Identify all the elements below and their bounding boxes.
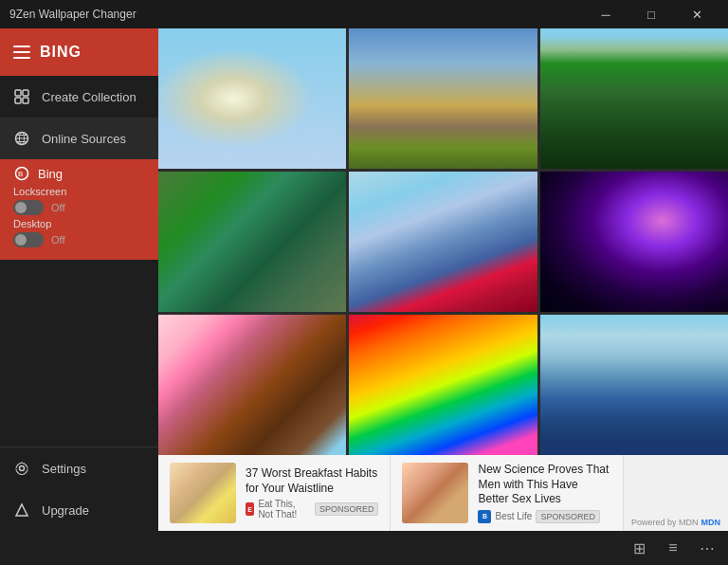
hamburger-icon[interactable] [13,46,30,59]
close-button[interactable]: ✕ [675,0,719,28]
ad-source-text-2: Best Life [495,511,532,521]
ad-source-icon-2: B [478,510,491,523]
ad-source-row-2: B Best Life SPONSORED [478,510,610,523]
lockscreen-off-label: Off [51,202,64,213]
title-bar: 9Zen Wallpaper Changer ─ □ ✕ [0,0,728,28]
ad-bar: 37 Worst Breakfast Habits for Your Waist… [158,455,728,531]
sidebar: BING Create Collection Online Sources B [0,28,158,531]
grid-cell-1[interactable] [158,28,346,169]
grid-cell-3[interactable] [540,28,728,169]
ad-powered-by: Powered by MDN MDN [624,514,728,531]
main-layout: BING Create Collection Online Sources B [0,28,728,531]
bottom-grid-icon[interactable]: ⊞ [629,538,648,557]
online-sources-section: Online Sources B Bing Lockscreen Off [0,118,158,260]
desktop-toggle[interactable] [13,232,44,247]
svg-marker-12 [16,504,27,516]
ad-item-2[interactable]: New Science Proves That Men with This Ha… [391,455,623,531]
desktop-toggle-control: Off [13,232,145,247]
desktop-off-label: Off [51,234,64,246]
ad-item-1[interactable]: 37 Worst Breakfast Habits for Your Waist… [158,455,391,531]
globe-icon [13,130,30,147]
svg-rect-2 [15,98,21,103]
bing-row: B Bing [13,165,145,182]
grid-cell-7[interactable] [158,315,346,455]
sidebar-item-upgrade[interactable]: Upgrade [0,489,158,531]
ad-title-1: 37 Worst Breakfast Habits for Your Waist… [246,466,378,496]
svg-point-11 [20,466,25,471]
ad-content-1: 37 Worst Breakfast Habits for Your Waist… [246,466,378,519]
create-collection-label: Create Collection [42,90,136,104]
svg-rect-0 [15,90,21,96]
sidebar-app-title: BING [40,44,82,61]
ad-content-2: New Science Proves That Men with This Ha… [478,463,610,523]
online-sources-label: Online Sources [42,132,126,146]
sidebar-item-online-sources[interactable]: Online Sources [0,118,158,159]
grid-cell-5[interactable] [349,172,537,312]
grid-cell-8[interactable] [349,315,537,455]
app-title: 9Zen Wallpaper Changer [9,8,136,21]
settings-label: Settings [42,462,86,476]
title-bar-left: 9Zen Wallpaper Changer [9,8,136,21]
ad-source-icon-1: E [246,502,254,516]
grid-cell-4[interactable] [158,172,346,312]
grid-cell-9[interactable] [540,315,728,455]
sidebar-item-create-collection[interactable]: Create Collection [0,76,158,118]
svg-rect-1 [23,90,28,96]
upgrade-label: Upgrade [42,503,89,518]
ad-sponsored-1: SPONSORED [315,502,379,516]
bottom-list-icon[interactable]: ≡ [664,538,682,557]
lockscreen-label: Lockscreen [13,186,70,197]
lockscreen-toggle-row: Lockscreen [13,186,145,197]
maximize-button[interactable]: □ [629,0,673,28]
title-bar-controls: ─ □ ✕ [584,0,719,28]
sidebar-spacer [0,260,158,447]
image-grid [158,28,728,455]
bottom-more-icon[interactable]: ⋯ [698,538,717,557]
sidebar-item-settings[interactable]: Settings [0,447,158,489]
sidebar-header[interactable]: BING [0,28,158,76]
desktop-label-row: Desktop [13,218,145,229]
lockscreen-toggle-control: Off [13,200,145,215]
bing-subitem: B Bing Lockscreen Off Desktop Off [0,159,158,260]
svg-rect-3 [23,98,28,103]
minimize-button[interactable]: ─ [584,0,628,28]
ad-thumb-2 [402,463,468,523]
upgrade-icon [13,501,30,519]
bing-icon: B [13,165,30,182]
svg-text:B: B [18,170,23,178]
ad-title-2: New Science Proves That Men with This Ha… [478,463,610,507]
grid-cell-6[interactable] [540,172,728,312]
desktop-label: Desktop [13,218,70,229]
collection-icon [13,88,30,105]
ad-thumb-1 [170,463,236,523]
settings-icon [13,460,30,477]
lockscreen-toggle[interactable] [13,200,44,215]
bottom-bar: ⊞ ≡ ⋯ [0,531,728,565]
ad-source-row-1: E Eat This, Not That! SPONSORED [246,499,378,519]
content-area: 37 Worst Breakfast Habits for Your Waist… [158,28,728,531]
bing-label: Bing [38,167,63,181]
sidebar-bottom: Settings Upgrade [0,447,158,531]
grid-cell-2[interactable] [349,28,537,169]
ad-source-text-1: Eat This, Not That! [258,499,311,519]
ad-sponsored-2: SPONSORED [536,510,600,523]
mdn-logo: MDN [701,518,721,527]
